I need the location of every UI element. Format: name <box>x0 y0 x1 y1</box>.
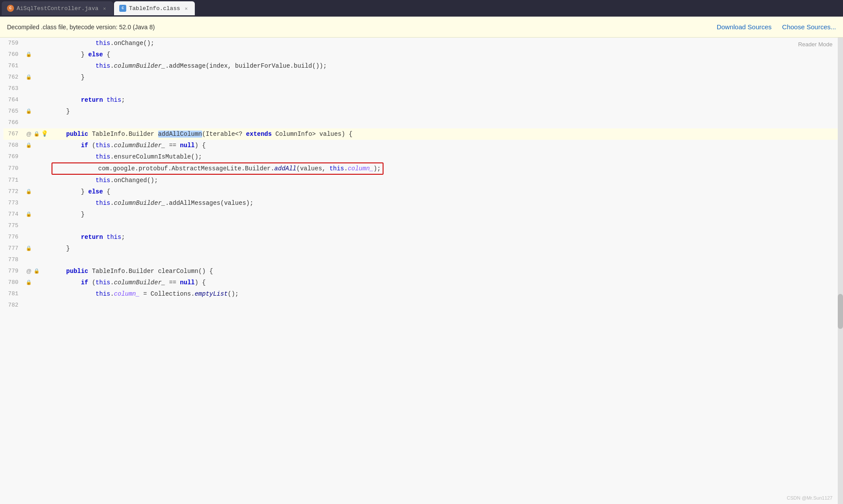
line-code: public TableInfo.Builder clearColumn() { <box>52 266 213 277</box>
table-row: 770 com.google.protobuf.AbstractMessageL… <box>3 162 843 175</box>
gutter-icons: @ 🔒 <box>25 268 52 275</box>
tab-java[interactable]: C AiSqlTestController.java ✕ <box>2 1 113 15</box>
line-number: 762 <box>3 72 25 83</box>
decompiled-text: Decompiled .class file, bytecode version… <box>7 24 155 31</box>
line-code: } else { <box>52 186 110 197</box>
table-row: 764 return this; <box>3 94 843 106</box>
line-code: this.columnBuilder_.addAllMessages(value… <box>52 197 253 209</box>
table-row: 760 🔒 } else { <box>3 49 843 60</box>
line-number: 782 <box>3 300 25 311</box>
line-number: 775 <box>3 220 25 231</box>
code-area: Reader Mode 759 this.onChange(); 760 🔒 }… <box>0 38 843 504</box>
table-row: 771 this.onChanged(); <box>3 175 843 186</box>
line-number: 772 <box>3 186 25 197</box>
table-row: 772 🔒 } else { <box>3 186 843 197</box>
at-icon: @ <box>25 131 32 138</box>
table-row: 775 <box>3 220 843 231</box>
line-number: 779 <box>3 266 25 277</box>
gutter-icons: 🔒 <box>25 211 52 218</box>
line-code: this.ensureColumnIsMutable(); <box>52 151 202 162</box>
lock-icon: 🔒 <box>25 51 32 58</box>
tab-bar: C AiSqlTestController.java ✕ C TableInfo… <box>0 0 843 17</box>
line-number: 768 <box>3 140 25 151</box>
line-number: 777 <box>3 243 25 254</box>
lock-icon: 🔒 <box>25 108 32 115</box>
table-row: 777 🔒 } <box>3 243 843 254</box>
gutter-icons: 🔒 <box>25 51 52 58</box>
line-number: 763 <box>3 83 25 94</box>
line-code: } else { <box>52 49 110 60</box>
tab-class[interactable]: C TableInfo.class ✕ <box>114 1 195 15</box>
gutter-icons: 🔒 <box>25 74 52 81</box>
table-row: 761 this.columnBuilder_.addMessage(index… <box>3 60 843 72</box>
reader-mode-button[interactable]: Reader Mode <box>798 41 833 48</box>
choose-sources-link[interactable]: Choose Sources... <box>782 23 836 31</box>
lock-icon: 🔒 <box>25 245 32 252</box>
line-code: this.onChanged(); <box>52 175 158 186</box>
gutter-icons: 🔒 <box>25 142 52 149</box>
table-row: 780 🔒 if (this.columnBuilder_ == null) { <box>3 277 843 288</box>
line-number: 774 <box>3 209 25 220</box>
line-number: 769 <box>3 151 25 162</box>
lock-icon: 🔒 <box>25 74 32 81</box>
line-number: 759 <box>3 38 25 49</box>
table-row: 769 this.ensureColumnIsMutable(); <box>3 151 843 162</box>
line-number: 770 <box>3 163 25 174</box>
gutter-icons: 🔒 <box>25 108 52 115</box>
line-code: com.google.protobuf.AbstractMessageLite.… <box>52 162 383 175</box>
gutter-icons: 🔒 <box>25 279 52 286</box>
line-code <box>52 220 55 231</box>
table-row: 762 🔒 } <box>3 72 843 83</box>
gutter-icons: 🔒 <box>25 188 52 195</box>
at-icon: @ <box>25 268 32 275</box>
table-row: 773 this.columnBuilder_.addAllMessages(v… <box>3 197 843 209</box>
table-row: 767 @ 🔒 💡 public TableInfo.Builder addAl… <box>3 128 843 140</box>
line-code: this.column_ = Collections.emptyList(); <box>52 288 239 300</box>
code-container: 759 this.onChange(); 760 🔒 } else { 761 … <box>0 38 843 504</box>
gutter-icons: 🔒 <box>25 245 52 252</box>
watermark: CSDN @Mr.Sun1127 <box>787 495 833 501</box>
tab-class-label: TableInfo.class <box>129 5 180 12</box>
line-code: return this; <box>52 231 125 243</box>
table-row: 782 <box>3 300 843 311</box>
scrollbar[interactable] <box>838 38 843 504</box>
table-row: 759 this.onChange(); <box>3 38 843 49</box>
table-row: 765 🔒 } <box>3 106 843 117</box>
lock-icon: 🔒 <box>25 279 32 286</box>
line-code <box>52 300 55 311</box>
scrollbar-thumb[interactable] <box>838 294 843 329</box>
gutter-icons: @ 🔒 💡 <box>25 131 52 138</box>
line-code <box>52 83 55 94</box>
decompiled-bar: Decompiled .class file, bytecode version… <box>0 17 843 38</box>
bulb-icon[interactable]: 💡 <box>41 131 48 138</box>
line-number: 767 <box>3 128 25 140</box>
table-row: 763 <box>3 83 843 94</box>
line-number: 776 <box>3 231 25 243</box>
line-code: this.onChange(); <box>52 38 154 49</box>
lock-icon: 🔒 <box>33 268 40 275</box>
line-code: if (this.columnBuilder_ == null) { <box>52 277 206 288</box>
line-code: public TableInfo.Builder addAllColumn(It… <box>52 128 352 140</box>
table-row: 774 🔒 } <box>3 209 843 220</box>
line-code: return this; <box>52 94 125 106</box>
line-code: } <box>52 209 85 220</box>
table-row: 776 return this; <box>3 231 843 243</box>
line-code: if (this.columnBuilder_ == null) { <box>52 140 206 151</box>
line-number: 771 <box>3 175 25 186</box>
line-number: 773 <box>3 197 25 209</box>
line-code: } <box>52 106 70 117</box>
line-number: 781 <box>3 288 25 300</box>
line-number: 778 <box>3 254 25 266</box>
table-row: 778 <box>3 254 843 266</box>
line-number: 766 <box>3 117 25 128</box>
line-number: 765 <box>3 106 25 117</box>
tab-java-close[interactable]: ✕ <box>101 5 108 12</box>
line-code <box>52 254 55 266</box>
lock-icon: 🔒 <box>25 142 32 149</box>
line-number: 761 <box>3 60 25 72</box>
line-code <box>52 117 55 128</box>
line-number: 780 <box>3 277 25 288</box>
line-code: } <box>52 243 70 254</box>
download-sources-link[interactable]: Download Sources <box>717 23 772 31</box>
tab-class-close[interactable]: ✕ <box>183 5 190 12</box>
